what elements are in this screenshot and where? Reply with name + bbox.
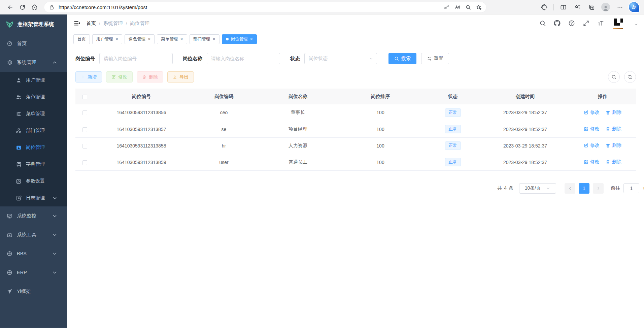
- prev-page-button[interactable]: [565, 183, 575, 194]
- post-no-input[interactable]: [99, 53, 173, 64]
- sidebar-item-user-mgmt[interactable]: 用户管理: [0, 72, 67, 89]
- user-avatar[interactable]: [613, 18, 624, 28]
- breadcrumb-item[interactable]: 系统管理: [103, 20, 123, 27]
- tab-menu-mgmt[interactable]: 菜单管理×: [157, 34, 187, 44]
- sidebar-item-post-mgmt[interactable]: 岗位管理: [0, 139, 67, 156]
- read-aloud-button[interactable]: [452, 2, 463, 12]
- delete-button[interactable]: 删除: [137, 71, 163, 83]
- close-icon[interactable]: ×: [180, 37, 183, 41]
- delete-row-button[interactable]: 删除: [606, 159, 621, 165]
- favorites-button[interactable]: [571, 1, 583, 13]
- browser-toolbar: https://ccnetcore.com:1101/system/post b: [0, 0, 644, 14]
- avatar-dropdown-icon[interactable]: [634, 23, 638, 26]
- next-page-button[interactable]: [593, 183, 604, 194]
- reset-button[interactable]: 重置: [421, 53, 449, 64]
- collections-button[interactable]: [585, 1, 598, 13]
- split-screen-button[interactable]: [557, 1, 569, 13]
- extensions-button[interactable]: [538, 1, 550, 13]
- cell-sort: 100: [337, 121, 424, 137]
- tab-dept-mgmt[interactable]: 部门管理×: [190, 34, 219, 44]
- tab-home[interactable]: 首页: [73, 34, 90, 44]
- bing-chat-button[interactable]: b: [628, 1, 640, 13]
- add-button[interactable]: 新增: [75, 71, 102, 83]
- export-button[interactable]: 导出: [167, 71, 194, 83]
- fullscreen-button[interactable]: [583, 20, 589, 27]
- search-button[interactable]: 搜索: [388, 53, 416, 64]
- row-checkbox[interactable]: [82, 127, 87, 132]
- modify-button[interactable]: 修改: [106, 71, 133, 83]
- refresh-table-button[interactable]: [624, 71, 636, 83]
- sidebar-item-menu-mgmt[interactable]: 菜单管理: [0, 105, 67, 122]
- sidebar: 意框架管理系统 首页系统管理用户管理角色管理菜单管理部门管理岗位管理字典管理参数…: [0, 14, 67, 328]
- back-button[interactable]: [4, 1, 16, 13]
- sidebar-item-param-settings[interactable]: 参数设置: [0, 173, 67, 190]
- close-icon[interactable]: ×: [148, 37, 150, 41]
- edit-row-button[interactable]: 修改: [584, 159, 600, 165]
- org-icon: [16, 128, 22, 134]
- zoom-out-button[interactable]: [463, 2, 473, 12]
- delete-row-button[interactable]: 删除: [606, 142, 621, 149]
- sidebar-item-yi-framework[interactable]: Yi框架: [0, 282, 67, 301]
- row-checkbox[interactable]: [82, 160, 87, 165]
- sidebar-item-system-tools[interactable]: 系统工具: [0, 225, 67, 244]
- sidebar-item-erp[interactable]: ERP: [0, 263, 67, 282]
- font-size-button[interactable]: [597, 20, 604, 27]
- table-row: 1641030593112313857se项目经理100正常2023-03-29…: [75, 121, 636, 137]
- page-size-select[interactable]: 10条/页: [519, 183, 556, 194]
- delete-row-button[interactable]: 删除: [606, 109, 621, 116]
- cell-post-no: 1641030593112313856: [94, 104, 189, 121]
- delete-row-button[interactable]: 删除: [606, 126, 621, 132]
- paper-plane-icon: [7, 289, 12, 294]
- chevron-down-icon: [52, 251, 58, 257]
- column-header: 岗位名称: [259, 89, 337, 104]
- tab-user-mgmt[interactable]: 用户管理×: [92, 34, 122, 44]
- home-button[interactable]: [28, 1, 40, 13]
- row-checkbox[interactable]: [82, 110, 87, 115]
- search-icon: [539, 20, 546, 27]
- select-all-checkbox[interactable]: [82, 95, 87, 99]
- edit-row-button[interactable]: 修改: [584, 142, 600, 149]
- edit-row-button[interactable]: 修改: [584, 109, 600, 116]
- edit-row-button[interactable]: 修改: [584, 126, 600, 132]
- breadcrumb-item[interactable]: 首页: [86, 20, 96, 27]
- url-text[interactable]: https://ccnetcore.com:1101/system/post: [59, 4, 441, 10]
- row-checkbox[interactable]: [82, 144, 87, 149]
- sidebar-item-role-mgmt[interactable]: 角色管理: [0, 89, 67, 105]
- column-header: 岗位排序: [337, 89, 424, 104]
- status-select[interactable]: 岗位状态: [304, 53, 377, 64]
- sidebar-item-log-mgmt[interactable]: 日志管理: [0, 190, 67, 206]
- github-button[interactable]: [554, 20, 561, 27]
- sidebar-item-bbs[interactable]: BBS: [0, 244, 67, 263]
- post-name-input[interactable]: [207, 53, 280, 64]
- sidebar-item-home[interactable]: 首页: [0, 34, 67, 53]
- sidebar-item-system-mgmt[interactable]: 系统管理: [0, 53, 67, 72]
- page-number-button[interactable]: 1: [579, 183, 589, 194]
- address-bar[interactable]: https://ccnetcore.com:1101/system/post: [44, 2, 486, 13]
- tab-post-mgmt[interactable]: 岗位管理×: [222, 34, 257, 44]
- tab-role-mgmt[interactable]: 角色管理×: [125, 34, 155, 44]
- divider: [553, 4, 554, 10]
- sidebar-item-label: 系统工具: [17, 232, 36, 238]
- goto-page-input[interactable]: [623, 183, 639, 193]
- sidebar-item-system-monitor[interactable]: 系统监控: [0, 206, 67, 225]
- more-button[interactable]: [614, 1, 626, 13]
- password-button[interactable]: [441, 2, 452, 12]
- app-logo[interactable]: 意框架管理系统: [0, 14, 67, 34]
- header-search-button[interactable]: [539, 20, 546, 27]
- show-search-button[interactable]: [608, 71, 620, 83]
- profile-button[interactable]: [600, 1, 612, 13]
- trash-icon: [606, 127, 610, 131]
- close-icon[interactable]: ×: [115, 37, 118, 41]
- breadcrumb-item[interactable]: 岗位管理: [130, 20, 149, 27]
- help-button[interactable]: [568, 20, 575, 27]
- sidebar-item-dict-mgmt[interactable]: 字典管理: [0, 156, 67, 173]
- sidebar-toggle[interactable]: [73, 20, 81, 27]
- close-icon[interactable]: ×: [250, 37, 253, 41]
- refresh-button[interactable]: [16, 1, 28, 13]
- close-icon[interactable]: ×: [213, 37, 215, 41]
- favorite-add-button[interactable]: [473, 2, 484, 12]
- chevron-left-icon: [568, 186, 572, 191]
- sidebar-item-dept-mgmt[interactable]: 部门管理: [0, 122, 67, 139]
- navbar-actions: [539, 18, 638, 28]
- chevron-up-icon: [52, 60, 58, 65]
